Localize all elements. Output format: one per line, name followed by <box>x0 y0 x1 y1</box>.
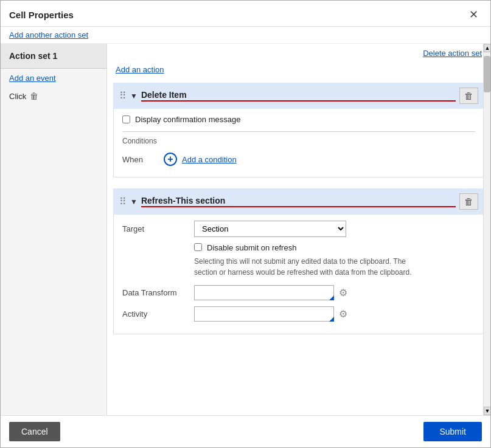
delete-item-action-name: Delete Item <box>141 90 456 102</box>
event-item-click: Click 🗑 <box>1 88 106 105</box>
when-row: When + Add a condition <box>122 150 475 171</box>
dialog-header: Cell Properties ✕ <box>1 1 490 27</box>
data-transform-settings-icon[interactable]: ⚙ <box>339 287 347 298</box>
scroll-down-button[interactable]: ▼ <box>484 407 490 415</box>
disable-submit-checkbox[interactable] <box>194 243 202 251</box>
display-confirmation-label: Display confirmation message <box>135 115 240 124</box>
delete-action-set-link[interactable]: Delete action set <box>423 49 482 58</box>
activity-label: Activity <box>122 309 189 319</box>
main-content: Delete action set Add an action ⠿ ▼ Dele… <box>107 44 490 415</box>
target-field-row: Target Section <box>122 221 475 237</box>
action-block-refresh: ⠿ ▼ Refresh-This section 🗑 Target Sectio… <box>113 188 484 334</box>
display-confirmation-row: Display confirmation message <box>122 115 475 124</box>
data-transform-row: Data Transform ⚙ <box>122 285 475 300</box>
activity-input-wrapper <box>194 306 334 322</box>
delete-item-body: Display confirmation message Conditions … <box>113 109 484 177</box>
add-event-link[interactable]: Add an event <box>1 69 106 88</box>
scrollbar-track[interactable]: ▲ ▼ <box>483 44 490 415</box>
submit-button[interactable]: Submit <box>423 422 482 441</box>
cancel-button[interactable]: Cancel <box>9 422 60 441</box>
activity-blue-corner <box>329 317 334 322</box>
refresh-body: Target Section Disable submit on refresh… <box>113 215 484 334</box>
add-action-link[interactable]: Add an action <box>107 63 490 79</box>
conditions-section: Conditions When + Add a condition <box>122 131 475 171</box>
dialog-title: Cell Properties <box>9 10 74 20</box>
disable-submit-row: Disable submit on refresh <box>194 243 475 252</box>
cell-properties-dialog: Cell Properties ✕ Add another action set… <box>0 0 491 448</box>
action-block-delete-item: ⠿ ▼ Delete Item 🗑 Display confirmation m… <box>113 83 484 177</box>
when-label: When <box>122 155 159 164</box>
refresh-trash-icon[interactable]: 🗑 <box>459 193 478 210</box>
data-transform-input-wrapper <box>194 285 334 300</box>
scroll-up-button[interactable]: ▲ <box>484 44 490 52</box>
chevron-down-icon[interactable]: ▼ <box>130 92 138 100</box>
scrollbar-thumb[interactable] <box>484 56 490 92</box>
target-select[interactable]: Section <box>194 221 346 237</box>
conditions-label: Conditions <box>122 137 475 145</box>
activity-row: Activity ⚙ <box>122 306 475 322</box>
main-top-bar: Delete action set <box>107 44 490 63</box>
delete-event-icon[interactable]: 🗑 <box>30 91 38 101</box>
add-action-set-link[interactable]: Add another action set <box>1 27 490 44</box>
activity-input[interactable] <box>194 306 334 322</box>
close-button[interactable]: ✕ <box>465 7 482 22</box>
data-transform-input[interactable] <box>194 285 334 300</box>
activity-settings-icon[interactable]: ⚙ <box>339 308 347 320</box>
event-name-click: Click <box>9 92 26 101</box>
data-transform-label: Data Transform <box>122 288 189 297</box>
blue-corner-decoration <box>329 295 334 300</box>
drag-handle-refresh-icon[interactable]: ⠿ <box>119 196 127 207</box>
chevron-down-refresh-icon[interactable]: ▼ <box>130 198 138 206</box>
add-condition-circle-button[interactable]: + <box>164 153 177 166</box>
drag-handle-icon[interactable]: ⠿ <box>119 90 127 102</box>
action-header-delete-item: ⠿ ▼ Delete Item 🗑 <box>113 83 484 109</box>
sidebar: Action set 1 Add an event Click 🗑 <box>1 44 107 415</box>
disable-submit-label: Disable submit on refresh <box>207 243 296 252</box>
body-area: Action set 1 Add an event Click 🗑 Delete… <box>1 44 490 415</box>
action-set-label: Action set 1 <box>1 44 106 69</box>
dialog-footer: Cancel Submit <box>1 415 490 447</box>
refresh-info-text: Selecting this will not submit any edite… <box>194 256 413 278</box>
delete-item-trash-icon[interactable]: 🗑 <box>459 88 478 104</box>
action-header-refresh: ⠿ ▼ Refresh-This section 🗑 <box>113 188 484 215</box>
target-label: Target <box>122 224 189 233</box>
refresh-action-name: Refresh-This section <box>141 196 456 207</box>
add-condition-link[interactable]: Add a condition <box>182 155 237 164</box>
display-confirmation-checkbox[interactable] <box>122 115 130 123</box>
